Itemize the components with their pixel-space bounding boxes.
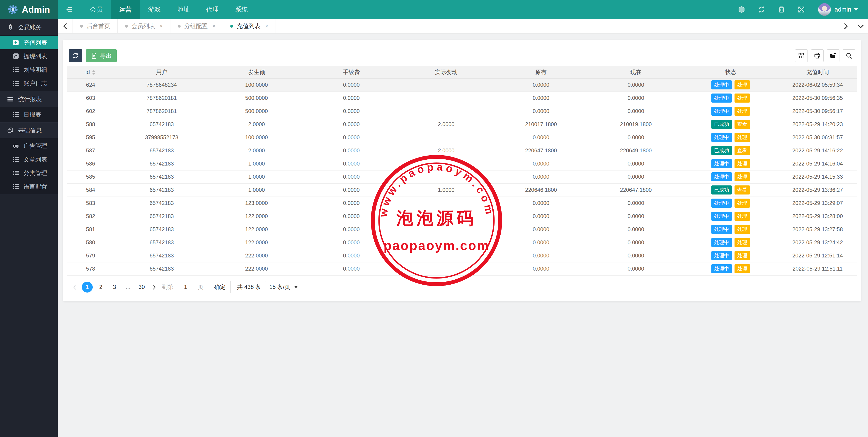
sidebar-group-statistics[interactable]: 统计报表 [0, 91, 58, 107]
per-page-select[interactable]: 15 条/页 [265, 281, 302, 293]
table-row[interactable]: 580 65742183 122.0000 0.0000 0.0000 0.00… [67, 236, 857, 249]
sidebar-item-category-management[interactable]: 分类管理 [0, 166, 58, 180]
nav-item[interactable]: 代理 [198, 0, 227, 19]
action-badge[interactable]: 处理 [735, 264, 750, 273]
status-badge[interactable]: 已成功 [711, 146, 732, 155]
next-page-button[interactable] [149, 284, 160, 290]
status-badge[interactable]: 处理中 [711, 238, 732, 247]
tab-close-icon[interactable]: × [159, 23, 163, 29]
table-row[interactable]: 579 65742183 222.0000 0.0000 0.0000 0.00… [67, 249, 857, 262]
table-row[interactable]: 595 37998552173 100.0000 0.0000 0.0000 0… [67, 131, 857, 144]
action-badge[interactable]: 查看 [735, 146, 750, 155]
sidebar-item-recharge-list[interactable]: 充值列表 [0, 36, 58, 49]
status-badge[interactable]: 处理中 [711, 80, 732, 90]
tabs-menu-button[interactable] [853, 19, 868, 33]
action-badge[interactable]: 处理 [735, 199, 750, 208]
action-badge[interactable]: 处理 [735, 159, 750, 168]
sort-icon[interactable] [92, 70, 96, 75]
action-badge[interactable]: 处理 [735, 94, 750, 103]
status-badge[interactable]: 处理中 [711, 199, 732, 208]
action-badge[interactable]: 查看 [735, 120, 750, 129]
table-row[interactable]: 584 65742183 1.0000 0.0000 1.0000 220646… [67, 183, 857, 197]
action-badge[interactable]: 处理 [735, 107, 750, 116]
page-number[interactable]: 2 [95, 282, 106, 293]
export-data-button[interactable] [827, 49, 839, 62]
refresh-page-button[interactable] [751, 0, 771, 19]
sidebar-item-account-log[interactable]: 账户日志 [0, 76, 58, 90]
tab-close-icon[interactable]: × [265, 23, 268, 29]
sidebar-item-language-config[interactable]: 语言配置 [0, 180, 58, 193]
status-badge[interactable]: 处理中 [711, 172, 732, 181]
table-row[interactable]: 583 65742183 123.0000 0.0000 0.0000 0.00… [67, 197, 857, 210]
column-header-id[interactable]: id [67, 66, 114, 78]
nav-item[interactable]: 运营 [111, 0, 140, 19]
sidebar-group-basic-info[interactable]: 基础信息 [0, 123, 58, 138]
action-badge[interactable]: 处理 [735, 172, 750, 181]
print-button[interactable] [811, 49, 824, 62]
sidebar-group-label: 基础信息 [18, 127, 42, 134]
nav-item[interactable]: 地址 [169, 0, 198, 19]
tabs-scroll-left-button[interactable] [58, 19, 73, 33]
sidebar-item-ad-management[interactable]: 广告管理 [0, 139, 58, 153]
prev-page-button[interactable] [69, 284, 81, 290]
table-row[interactable]: 603 7878620181 500.0000 0.0000 0.0000 0.… [67, 92, 857, 105]
table-row[interactable]: 582 65742183 122.0000 0.0000 0.0000 0.00… [67, 210, 857, 223]
table-row[interactable]: 588 65742183 2.0000 0.0000 2.0000 210017… [67, 118, 857, 131]
table-row[interactable]: 624 7878648234 100.0000 0.0000 0.0000 0.… [67, 78, 857, 92]
refresh-table-button[interactable] [69, 49, 82, 62]
table-row[interactable]: 587 65742183 2.0000 0.0000 2.0000 220647… [67, 144, 857, 157]
nav-item[interactable]: 会员 [82, 0, 111, 19]
sidebar-group-member-accounts[interactable]: B 会员账务 [0, 19, 58, 35]
table-row[interactable]: 581 65742183 122.0000 0.0000 0.0000 0.00… [67, 223, 857, 236]
action-badge[interactable]: 处理 [735, 251, 750, 260]
tabs-scroll-right-button[interactable] [838, 19, 853, 33]
sidebar-item-transfer-detail[interactable]: 划转明细 [0, 63, 58, 76]
action-badge[interactable]: 处理 [735, 133, 750, 142]
status-badge[interactable]: 已成功 [711, 120, 732, 129]
table-row[interactable]: 578 65742183 222.0000 0.0000 0.0000 0.00… [67, 262, 857, 275]
table-row[interactable]: 602 7878620181 500.0000 0.0000 0.0000 0.… [67, 105, 857, 118]
tab[interactable]: 充值列表 × [223, 19, 276, 33]
status-badge[interactable]: 处理中 [711, 251, 732, 260]
status-badge[interactable]: 处理中 [711, 133, 732, 142]
page-number[interactable]: 30 [136, 282, 147, 293]
sidebar-collapse-button[interactable] [58, 0, 82, 19]
goto-page-input[interactable] [177, 281, 194, 293]
page-number[interactable]: 3 [109, 282, 120, 293]
user-avatar[interactable] [818, 3, 831, 16]
action-badge[interactable]: 处理 [735, 80, 750, 90]
status-badge[interactable]: 处理中 [711, 107, 732, 116]
table-row[interactable]: 586 65742183 1.0000 0.0000 0.0000 0.0000… [67, 157, 857, 170]
tab[interactable]: 后台首页 × [73, 19, 118, 33]
action-badge[interactable]: 处理 [735, 212, 750, 221]
nav-item[interactable]: 系统 [227, 0, 256, 19]
nav-item[interactable]: 游戏 [140, 0, 169, 19]
tab-close-icon[interactable]: × [212, 23, 216, 29]
tab[interactable]: 分组配置 × [170, 19, 223, 33]
app-logo[interactable]: Admin [0, 0, 58, 19]
status-badge[interactable]: 处理中 [711, 159, 732, 168]
search-button[interactable] [843, 49, 855, 62]
status-badge[interactable]: 处理中 [711, 94, 732, 103]
status-badge[interactable]: 处理中 [711, 264, 732, 273]
action-badge[interactable]: 处理 [735, 238, 750, 247]
page-number[interactable]: ... [123, 282, 133, 293]
status-badge[interactable]: 已成功 [711, 186, 732, 195]
sidebar-item-daily-report[interactable]: 日报表 [0, 108, 58, 121]
clear-cache-button[interactable] [771, 0, 792, 19]
fullscreen-button[interactable] [792, 0, 811, 19]
action-badge[interactable]: 处理 [735, 225, 750, 234]
tab[interactable]: 会员列表 × [118, 19, 170, 33]
table-row[interactable]: 585 65742183 1.0000 0.0000 0.0000 0.0000… [67, 170, 857, 183]
goto-confirm-button[interactable]: 确定 [209, 281, 231, 293]
page-number[interactable]: 1 [82, 282, 93, 293]
action-badge[interactable]: 查看 [735, 186, 750, 195]
sidebar-item-withdraw-list[interactable]: 提现列表 [0, 49, 58, 63]
sidebar-item-article-list[interactable]: 文章列表 [0, 153, 58, 166]
export-button[interactable]: 导出 [86, 49, 117, 62]
filter-columns-button[interactable] [795, 49, 808, 62]
status-badge[interactable]: 处理中 [711, 225, 732, 234]
user-menu[interactable]: admin [834, 6, 868, 13]
theme-ball-button[interactable] [732, 0, 751, 19]
status-badge[interactable]: 处理中 [711, 212, 732, 221]
